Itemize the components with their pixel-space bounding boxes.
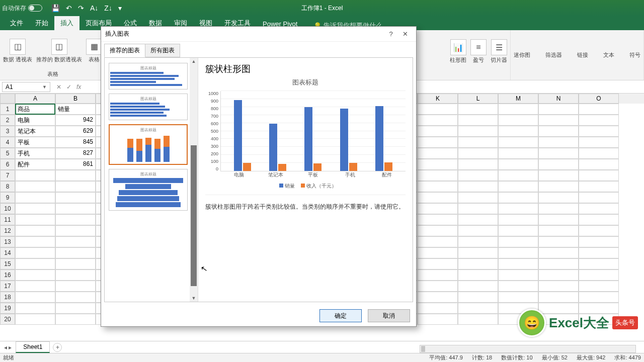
cell[interactable] — [55, 170, 96, 181]
table-button[interactable]: ▦表格 — [86, 39, 102, 63]
column-header[interactable]: K — [418, 94, 458, 104]
chart-thumb-clustered-column[interactable]: 图表标题 — [109, 124, 188, 165]
cell[interactable] — [538, 214, 579, 225]
cell[interactable] — [55, 269, 96, 281]
row-header[interactable]: 9 — [0, 192, 15, 203]
cell[interactable] — [15, 181, 55, 192]
cell[interactable] — [418, 170, 458, 181]
redo-icon[interactable]: ↷ — [78, 4, 84, 12]
cell[interactable] — [418, 181, 458, 192]
cell[interactable] — [498, 281, 538, 292]
cell[interactable]: 配件 — [15, 159, 55, 170]
cell[interactable] — [538, 159, 579, 170]
cell[interactable] — [418, 192, 458, 203]
cell[interactable] — [458, 104, 498, 115]
tab-recommended-charts[interactable]: 推荐的图表 — [104, 44, 145, 57]
reco-scrollbar[interactable]: ▲ ▼ — [190, 58, 198, 302]
help-button[interactable]: ? — [384, 29, 398, 40]
row-header[interactable]: 1 — [0, 104, 15, 115]
cell[interactable]: 629 — [55, 126, 96, 137]
cell[interactable] — [538, 192, 579, 203]
cell[interactable] — [458, 126, 498, 137]
cell[interactable] — [579, 292, 619, 303]
cell[interactable] — [458, 303, 498, 314]
cell[interactable] — [538, 203, 579, 214]
row-header[interactable]: 3 — [0, 126, 15, 137]
cell[interactable] — [15, 170, 55, 181]
cell[interactable] — [55, 281, 96, 292]
column-header[interactable]: L — [458, 94, 498, 104]
qat-more-icon[interactable]: ▾ — [118, 4, 122, 12]
row-header[interactable]: 12 — [0, 225, 15, 236]
chart-thumb-bar-h1[interactable]: 图表标题 — [109, 63, 188, 89]
cell[interactable] — [538, 258, 579, 269]
cell[interactable] — [538, 170, 579, 181]
cell[interactable] — [579, 159, 619, 170]
cell[interactable] — [538, 292, 579, 303]
cell[interactable] — [498, 269, 538, 281]
cell[interactable] — [538, 126, 579, 137]
cell[interactable] — [458, 225, 498, 236]
autosave-toggle[interactable]: 自动保存 — [2, 4, 42, 13]
sheet-tab-1[interactable]: Sheet1 — [16, 341, 50, 353]
cell[interactable] — [498, 225, 538, 236]
cell[interactable] — [498, 214, 538, 225]
row-header[interactable]: 4 — [0, 137, 15, 148]
cell[interactable] — [498, 292, 538, 303]
slicer-button[interactable]: ☰切片器 — [491, 39, 507, 64]
cell[interactable] — [538, 247, 579, 258]
cell[interactable] — [498, 159, 538, 170]
ok-button[interactable]: 确定 — [319, 309, 362, 322]
cell[interactable]: 销量 — [55, 104, 96, 115]
cell[interactable] — [458, 258, 498, 269]
select-all-corner[interactable] — [0, 94, 15, 104]
row-header[interactable]: 10 — [0, 203, 15, 214]
cell[interactable] — [458, 137, 498, 148]
sort-asc-icon[interactable]: A↓ — [90, 4, 98, 12]
cell[interactable]: 827 — [55, 148, 96, 159]
cell[interactable] — [458, 247, 498, 258]
cell[interactable] — [538, 281, 579, 292]
cell[interactable] — [418, 148, 458, 159]
cell[interactable] — [418, 303, 458, 314]
text-label[interactable]: 文本 — [603, 51, 614, 59]
cell[interactable] — [55, 181, 96, 192]
cell[interactable] — [15, 303, 55, 314]
cell[interactable] — [579, 115, 619, 126]
cell[interactable] — [418, 225, 458, 236]
cell[interactable] — [55, 236, 96, 247]
cell[interactable] — [538, 269, 579, 281]
row-header[interactable]: 19 — [0, 303, 15, 314]
sheet-nav[interactable]: ◂ ▸ — [0, 344, 16, 351]
cell[interactable] — [418, 269, 458, 281]
tab-all-charts[interactable]: 所有图表 — [145, 44, 180, 57]
column-header[interactable]: B — [55, 94, 96, 104]
cell[interactable] — [579, 214, 619, 225]
cell[interactable] — [579, 126, 619, 137]
cancel-button[interactable]: 取消 — [368, 309, 410, 322]
row-header[interactable]: 18 — [0, 292, 15, 303]
scroll-down-icon[interactable]: ▼ — [190, 295, 198, 302]
cell[interactable] — [498, 247, 538, 258]
cell[interactable] — [498, 137, 538, 148]
row-header[interactable]: 11 — [0, 214, 15, 225]
cell[interactable] — [538, 225, 579, 236]
chart-thumb-bar-h2[interactable]: 图表标题 — [109, 94, 188, 120]
cell[interactable] — [55, 192, 96, 203]
fx-icon[interactable]: fx — [76, 83, 81, 90]
cell[interactable] — [458, 115, 498, 126]
cell[interactable] — [458, 170, 498, 181]
cell[interactable] — [458, 281, 498, 292]
cell[interactable] — [538, 236, 579, 247]
row-header[interactable]: 7 — [0, 170, 15, 181]
cell[interactable] — [538, 104, 579, 115]
cell[interactable] — [15, 281, 55, 292]
sort-desc-icon[interactable]: Z↓ — [104, 4, 112, 12]
pivot-table-button[interactable]: ◫数据 透视表 — [3, 39, 32, 63]
row-header[interactable]: 2 — [0, 115, 15, 126]
cell[interactable] — [458, 314, 498, 325]
cell[interactable] — [498, 126, 538, 137]
cell[interactable] — [15, 192, 55, 203]
chart-preview[interactable]: 图表标题 10009008007006005004003002001000 电脑… — [205, 78, 406, 195]
cell[interactable] — [15, 236, 55, 247]
